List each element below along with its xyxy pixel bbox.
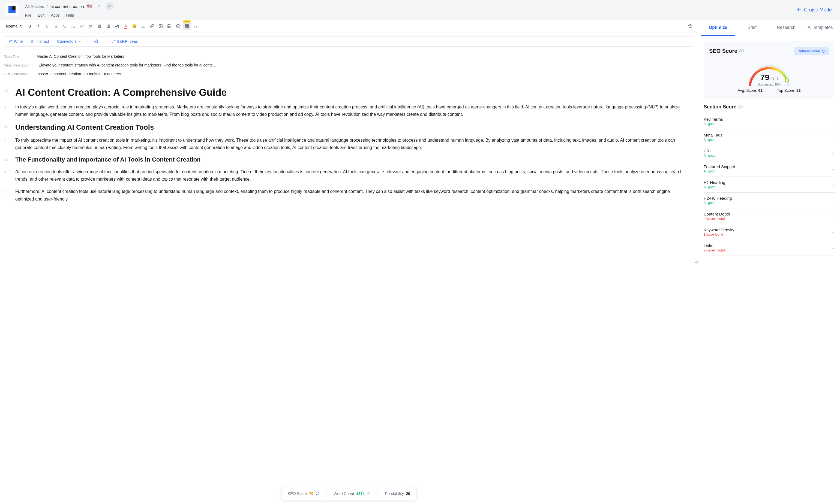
seo-gauge: 79/100 Suggested: 80+ [746, 61, 792, 84]
locale-flag-icon[interactable]: 🇺🇸 [87, 4, 92, 9]
tab-ai-templates[interactable]: AI Templates [803, 20, 837, 36]
doc-paragraph[interactable]: To truly appreciate the impact of AI con… [15, 137, 690, 151]
connectors-button[interactable]: Connectors [55, 38, 83, 45]
write-button[interactable]: Write [7, 38, 24, 45]
block-type-label: p [4, 103, 15, 118]
info-icon[interactable]: i [739, 49, 744, 53]
image-button[interactable] [157, 22, 165, 30]
seo-score-card: SEO Score i Refresh Score [704, 41, 835, 98]
chevron-down-icon: ⌄ [832, 167, 835, 171]
meta-title-row[interactable]: Meta Title Master AI Content Creation: T… [4, 52, 694, 61]
breadcrumb: All Articles / ai content creation 🇺🇸 [25, 2, 796, 10]
link-button[interactable] [148, 22, 156, 30]
chevron-down-icon: ⌄ [832, 136, 835, 139]
chevron-down-icon: ⌄ [832, 246, 835, 250]
italic-button[interactable]: I [35, 22, 42, 30]
emoji-button[interactable] [174, 22, 182, 30]
chevron-down-icon: ⌄ [832, 151, 835, 155]
block-type-label: h3 [4, 156, 15, 163]
chevron-down-icon: ⌄ [832, 120, 835, 123]
section-score-item[interactable]: Meta Tags All good ⌄ [704, 129, 835, 145]
table-button[interactable] [183, 22, 191, 30]
chevron-down-icon: ⌄ [832, 183, 835, 186]
section-score-item[interactable]: H1 Heading All good ⌄ [704, 177, 835, 193]
strikethrough-button[interactable]: S [52, 22, 60, 30]
menu-file[interactable]: File [25, 13, 31, 17]
superscript-button[interactable]: x2 [87, 22, 95, 30]
refresh-score-button[interactable]: Refresh Score [794, 47, 829, 55]
section-score-item[interactable]: Links 2 issues found ⌄ [704, 240, 835, 256]
svg-rect-37 [33, 40, 34, 41]
text-color-button[interactable]: A [122, 22, 130, 30]
check-icon [367, 491, 370, 496]
document-editor[interactable]: h1 AI Content Creation: A Comprehensive … [0, 81, 698, 504]
svg-point-40 [113, 41, 114, 42]
app-logo[interactable] [5, 3, 19, 16]
svg-point-1 [97, 6, 98, 7]
underline-button[interactable]: U [44, 22, 51, 30]
section-score-item[interactable]: Featured Snippet All good ⌄ [704, 161, 835, 177]
clear-format-button[interactable]: Tx [192, 22, 199, 30]
meta-description-row[interactable]: Meta Description . Elevate your content … [4, 61, 694, 70]
section-score-item[interactable]: Content Depth 4 issues found ⌄ [704, 209, 835, 224]
statusbar-seo-score: 79 [309, 491, 313, 496]
outdent-button[interactable] [96, 22, 103, 30]
doc-paragraph[interactable]: Furthermore, AI content creation tools u… [15, 188, 690, 202]
section-score-item[interactable]: Key Terms All good ⌄ [704, 114, 835, 129]
svg-line-42 [113, 42, 113, 42]
settings-icon[interactable] [93, 38, 100, 44]
breadcrumb-current: ai content creation [50, 4, 84, 9]
unordered-list-button[interactable] [70, 22, 77, 30]
block-type-label: p [4, 137, 15, 151]
share-icon[interactable] [95, 2, 103, 10]
block-type-label: p [4, 168, 15, 183]
history-icon[interactable] [686, 22, 694, 30]
breadcrumb-all-articles[interactable]: All Articles [25, 4, 44, 9]
svg-rect-31 [185, 24, 188, 28]
tab-brief[interactable]: Brief [735, 20, 769, 36]
menu-edit[interactable]: Edit [38, 13, 45, 17]
meta-url-row[interactable]: URL Permalink master-ai-content-creation… [4, 70, 694, 78]
svg-rect-38 [31, 42, 32, 43]
info-icon[interactable]: i [739, 105, 743, 109]
check-icon[interactable] [105, 2, 114, 10]
menu-apps[interactable]: Apps [51, 13, 60, 17]
refresh-icon[interactable] [315, 491, 319, 496]
svg-line-41 [114, 40, 115, 41]
doc-h2[interactable]: Understanding AI Content Creation Tools [15, 123, 690, 131]
chevron-down-icon: ⌄ [832, 214, 835, 218]
text-direction-button[interactable]: ◂¶ [113, 22, 121, 30]
svg-point-28 [176, 24, 180, 28]
serp-ideas-button[interactable]: SERP Ideas [110, 38, 139, 45]
indent-button[interactable] [104, 22, 112, 30]
paragraph-style-select[interactable]: Normal [4, 23, 25, 30]
align-button[interactable] [139, 22, 147, 30]
tab-research[interactable]: Research [769, 20, 803, 36]
save-button[interactable] [166, 22, 173, 30]
svg-point-13 [72, 26, 72, 26]
resize-handle[interactable]: ◂│▸ [695, 260, 699, 264]
bold-button[interactable]: B [26, 22, 34, 30]
statusbar-word-count: 4374 [356, 491, 365, 496]
tab-optimize[interactable]: Optimize [701, 20, 735, 36]
cruise-mode-button[interactable]: Cruise Mode [796, 7, 835, 13]
doc-h3[interactable]: The Functionality and Importance of AI T… [15, 156, 690, 163]
section-score-title: Section Score i [704, 104, 835, 110]
section-score-item[interactable]: Keyword Density 1 issue found ⌄ [704, 224, 835, 240]
section-score-item[interactable]: URL All good ⌄ [704, 145, 835, 161]
doc-paragraph[interactable]: In today's digital world, content creati… [15, 103, 690, 118]
menu-help[interactable]: Help [66, 13, 74, 17]
ordered-list-button[interactable] [61, 22, 68, 30]
section-score-item[interactable]: H2-H6 Heading All good ⌄ [704, 193, 835, 209]
block-type-label: p [4, 188, 15, 202]
svg-point-2 [99, 7, 100, 8]
highlight-button[interactable]: A [131, 22, 138, 30]
app-menu: File Edit Apps Help [25, 13, 796, 17]
doc-h1[interactable]: AI Content Creation: A Comprehensive Gui… [15, 87, 690, 98]
instruct-button[interactable]: Instruct [29, 38, 50, 45]
svg-rect-36 [31, 40, 32, 41]
block-type-label: h1 [4, 87, 15, 98]
subscript-button[interactable]: x2 [78, 22, 86, 30]
doc-paragraph[interactable]: AI content creation tools offer a wide r… [15, 168, 690, 183]
chevron-down-icon: ⌄ [832, 230, 835, 234]
